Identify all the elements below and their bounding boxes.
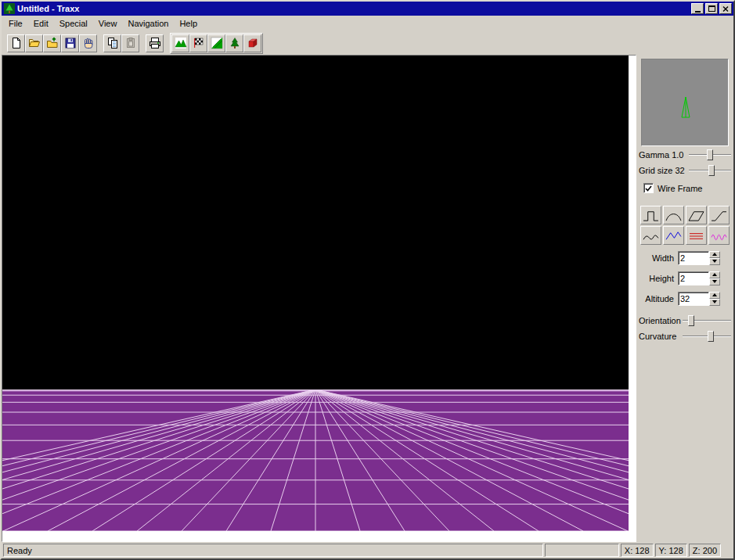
print-icon [149,37,161,49]
open-pod-button[interactable] [43,34,61,52]
tool-panel: Gamma 1.0 Grid size 32 [636,55,733,542]
pan-button[interactable] [79,34,97,52]
menu-item-help[interactable]: Help [174,16,203,31]
brush-grid [636,206,733,245]
status-bar: Ready X: 128 Y: 128 Z: 200 [2,542,733,558]
brush-hill-button[interactable] [663,206,684,224]
height-input[interactable] [678,271,709,285]
checkmark-icon [645,185,652,192]
menu-item-navigation[interactable]: Navigation [122,16,174,31]
brush-terrace-button[interactable] [686,226,707,245]
gamma-row: Gamma 1.0 [636,148,733,162]
close-icon [722,6,729,12]
brush-noise-button[interactable] [708,226,730,245]
curvature-slider-thumb[interactable] [708,331,714,342]
gamma-slider[interactable] [689,149,731,161]
width-input[interactable] [678,251,709,265]
menu-item-special[interactable]: Special [54,16,93,31]
spin-down-icon [712,260,717,263]
main-area: Gamma 1.0 Grid size 32 [2,55,733,542]
view-mode-group [170,33,263,54]
menu-bar: File Edit Special View Navigation Help [2,16,733,31]
brush-slope-button[interactable] [708,206,730,224]
brush-peak-icon [679,94,692,120]
height-spinner-down[interactable] [709,278,720,285]
spin-up-icon [712,293,717,296]
viewport-sky[interactable] [2,56,629,389]
status-z-coordinate: Z: 200 [689,544,721,557]
open-button[interactable] [25,34,43,52]
menu-item-view[interactable]: View [93,16,123,31]
status-spare-panel [545,544,619,557]
status-x-coordinate: X: 128 [621,544,654,557]
paste-button[interactable] [121,34,139,52]
models-button[interactable] [225,34,243,52]
minimize-button[interactable] [691,3,704,14]
status-y-coordinate: Y: 128 [655,544,687,557]
toolbar [2,31,733,55]
pan-hand-icon [82,37,95,49]
minimize-icon [695,11,701,13]
height-row: Height [636,271,733,285]
open-folder-icon [28,37,41,49]
brush-ramp-button[interactable] [686,206,707,224]
wire-frame-checkbox[interactable] [643,183,654,193]
app-window: Untitled - Traxx File Edit Special View … [0,0,735,560]
grid-size-row: Grid size 32 [636,163,733,178]
noise-brush-icon [710,229,728,242]
orientation-slider[interactable] [683,314,731,327]
maximize-button[interactable] [705,3,718,14]
curvature-slider-track [683,336,731,337]
width-row: Width [636,250,733,265]
width-spinner-up[interactable] [709,251,720,258]
curvature-slider[interactable] [683,330,731,343]
orientation-slider-thumb[interactable] [688,315,694,326]
slope-brush-icon [710,209,728,222]
app-icon [4,3,15,14]
altitude-spinner-down[interactable] [709,299,720,306]
brush-rolling-button[interactable] [640,226,661,245]
grid-size-slider-thumb[interactable] [708,165,715,176]
rolling-brush-icon [642,229,660,242]
orientation-row: Orientation [636,314,733,328]
title-bar[interactable]: Untitled - Traxx [2,2,733,16]
terrain-view-button[interactable] [171,34,189,52]
altitude-input[interactable] [678,292,709,306]
terrain-grid[interactable] [2,389,629,531]
width-spinner-down[interactable] [709,258,720,265]
open-pod-icon [46,37,59,49]
brush-ridge-button[interactable] [663,226,684,245]
gamma-slider-thumb[interactable] [707,149,713,160]
save-button[interactable] [61,34,79,52]
height-spinner-up[interactable] [709,271,720,278]
menu-item-file[interactable]: File [3,16,28,31]
brush-plateau-button[interactable] [640,206,661,224]
close-button[interactable] [719,3,732,14]
race-setup-button[interactable] [189,34,207,52]
print-button[interactable] [146,34,164,52]
ridge-brush-icon [665,229,683,242]
altitude-row: Altitude [636,291,733,306]
altitude-spinner-up[interactable] [709,292,720,299]
height-label: Height [638,274,674,283]
altitude-spinner [709,292,720,306]
maximize-icon [708,5,715,12]
curvature-label: Curvature [639,332,683,341]
spin-up-icon [712,253,717,256]
brush-preview [641,59,729,146]
new-button[interactable] [7,34,25,52]
textures-button[interactable] [207,34,225,52]
terrain-viewport[interactable] [2,56,629,531]
curvature-row: Curvature [636,329,733,343]
tree-icon [229,37,241,49]
grid-size-slider[interactable] [689,164,731,177]
viewport-area [2,55,636,542]
copy-button[interactable] [103,34,121,52]
plateau-brush-icon [642,209,660,222]
boxes-button[interactable] [243,34,261,52]
menu-item-edit[interactable]: Edit [28,16,54,31]
status-message: Ready [3,544,543,557]
wire-frame-row: Wire Frame [643,183,733,193]
textures-icon [211,37,223,49]
spin-down-icon [712,280,717,283]
